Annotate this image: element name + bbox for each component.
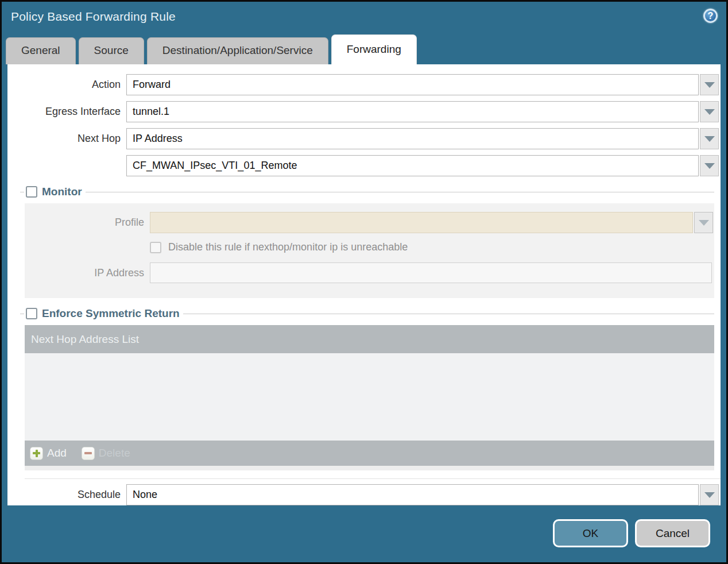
delete-button-label: Delete [99,447,130,459]
next-hop-address-row: CF_MWAN_IPsec_VTI_01_Remote [7,155,719,176]
ok-button[interactable]: OK [553,519,628,547]
delete-icon [82,447,95,460]
egress-interface-dropdown-button[interactable] [700,101,719,122]
schedule-dropdown-button[interactable] [700,484,719,505]
tab-forwarding[interactable]: Forwarding [331,34,417,64]
symmetric-return-section: Enforce Symmetric Return Next Hop Addres… [25,307,714,470]
next-hop-address-list-table: Next Hop Address List Add Delete [25,325,714,470]
symmetric-return-section-title: Enforce Symmetric Return [42,307,183,320]
egress-interface-value[interactable]: tunnel.1 [126,101,699,122]
egress-interface-combobox: tunnel.1 [126,101,719,122]
next-hop-type-dropdown-button[interactable] [700,128,719,149]
monitor-checkbox[interactable] [26,186,37,198]
tab-general[interactable]: General [6,37,76,64]
chevron-down-icon [704,109,715,115]
monitor-ip-address-row: IP Address [25,262,713,283]
chevron-down-icon [704,82,715,88]
chevron-down-icon [704,492,715,498]
cancel-button[interactable]: Cancel [635,519,710,547]
chevron-down-icon [704,136,715,142]
monitor-section-body: Profile Disable this rule if nexthop/mon… [25,203,714,298]
chevron-down-icon [699,220,709,226]
action-dropdown-button[interactable] [700,74,719,95]
dialog-title: Policy Based Forwarding Rule [11,10,176,24]
add-icon [30,447,43,460]
next-hop-address-list-header: Next Hop Address List [25,325,714,353]
next-hop-address-list-body [25,353,714,441]
next-hop-address-combobox: CF_MWAN_IPsec_VTI_01_Remote [126,155,719,176]
monitor-section: Monitor Profile Disable this rule if nex… [25,186,714,298]
disable-rule-checkbox [150,242,161,253]
help-icon[interactable]: ? [703,9,718,23]
next-hop-type-value[interactable]: IP Address [126,128,699,149]
schedule-combobox: None [126,484,719,505]
chevron-down-icon [704,163,715,169]
egress-interface-row: Egress Interface tunnel.1 [7,101,719,122]
schedule-separator [25,478,721,479]
profile-label: Profile [25,217,150,229]
next-hop-type-combobox: IP Address [126,128,719,149]
profile-value [150,212,693,233]
egress-interface-label: Egress Interface [7,106,126,118]
next-hop-address-dropdown-button[interactable] [700,155,719,176]
disable-rule-label: Disable this rule if nexthop/monitor ip … [168,241,408,253]
profile-dropdown-button [694,212,713,233]
monitor-ip-address-label: IP Address [25,267,150,279]
tab-source[interactable]: Source [79,37,144,64]
enforce-symmetric-return-checkbox[interactable] [26,308,37,319]
add-button-label: Add [47,447,67,459]
tab-destination-application-service[interactable]: Destination/Application/Service [147,37,328,64]
next-hop-address-list-toolbar: Add Delete [25,441,714,466]
dialog-footer: OK Cancel [2,505,726,547]
monitor-section-title: Monitor [42,186,86,198]
action-label: Action [7,79,126,91]
schedule-value[interactable]: None [126,484,699,505]
tab-bar: General Source Destination/Application/S… [2,32,726,64]
disable-rule-row: Disable this rule if nexthop/monitor ip … [150,241,713,253]
add-button[interactable]: Add [30,447,67,460]
monitor-ip-address-input [150,262,712,283]
schedule-label: Schedule [7,489,126,501]
delete-button: Delete [82,447,130,460]
dialog-titlebar: Policy Based Forwarding Rule [2,2,726,32]
schedule-row: Schedule None [7,484,719,505]
symmetric-return-section-header: Enforce Symmetric Return [25,307,714,320]
forwarding-tab-panel: Action Forward Egress Interface tunnel.1… [7,64,721,505]
action-combobox: Forward [126,74,719,95]
profile-row: Profile [25,212,713,233]
profile-combobox [150,212,713,233]
table-bottom-strip [25,466,714,470]
monitor-section-header: Monitor [25,186,714,198]
action-value[interactable]: Forward [126,74,699,95]
next-hop-label: Next Hop [7,133,126,145]
next-hop-row: Next Hop IP Address [7,128,719,149]
policy-based-forwarding-rule-dialog: Policy Based Forwarding Rule ? General S… [0,0,728,564]
next-hop-address-value[interactable]: CF_MWAN_IPsec_VTI_01_Remote [126,155,699,176]
next-hop-address-list-header-label: Next Hop Address List [31,333,139,346]
action-row: Action Forward [7,74,719,95]
